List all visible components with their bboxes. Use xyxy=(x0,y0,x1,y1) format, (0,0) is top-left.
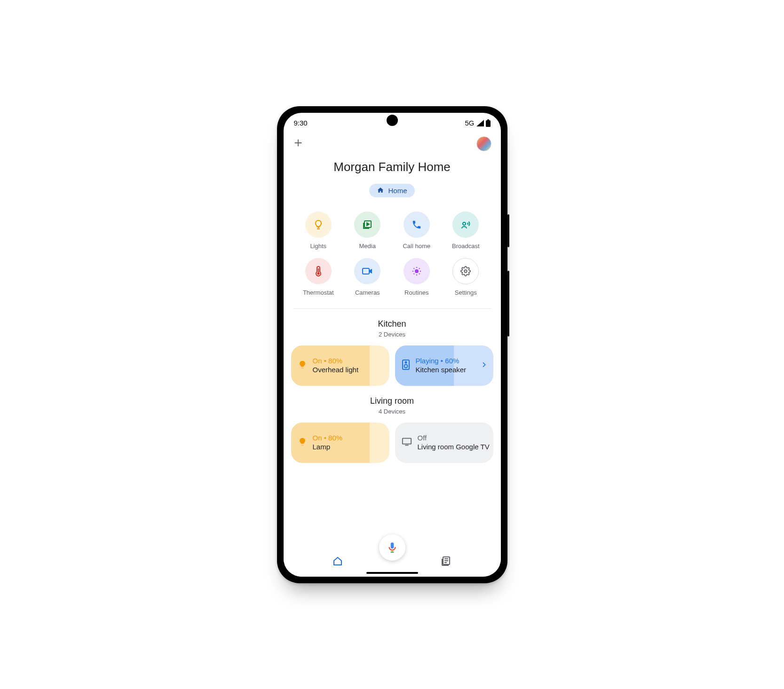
battery-icon xyxy=(486,119,491,127)
device-row: On • 80%LampOffLiving room Google TV xyxy=(284,415,501,463)
screen: 9:30 5G Morgan Family Home Home LightsMe… xyxy=(284,113,501,577)
room-header[interactable]: Living room4 Devices xyxy=(284,396,501,415)
settings-icon xyxy=(452,258,479,284)
light-icon xyxy=(298,360,307,371)
phone-side-button xyxy=(507,214,509,247)
home-chip-label: Home xyxy=(388,187,407,195)
room-name: Living room xyxy=(284,396,501,406)
device-row: On • 80%Overhead lightPlaying • 60%Kitch… xyxy=(284,338,501,386)
chevron-right-icon xyxy=(480,361,488,370)
action-label: Settings xyxy=(455,289,477,296)
bottom-nav xyxy=(284,548,501,577)
device-name: Lamp xyxy=(313,443,343,452)
svg-point-4 xyxy=(317,272,319,274)
phone-side-button xyxy=(507,271,509,337)
action-thermostat[interactable]: Thermostat xyxy=(298,258,339,296)
quick-actions-grid: LightsMediaCall homeBroadcastThermostatC… xyxy=(298,211,486,296)
device-name: Kitchen speaker xyxy=(416,366,467,375)
page-title: Morgan Family Home xyxy=(284,160,501,174)
rooms-container: Kitchen2 DevicesOn • 80%Overhead lightPl… xyxy=(284,309,501,463)
svg-rect-13 xyxy=(390,542,394,548)
routines-icon xyxy=(404,258,430,284)
action-label: Call home xyxy=(403,243,430,250)
action-call-home[interactable]: Call home xyxy=(396,211,437,250)
room-header[interactable]: Kitchen2 Devices xyxy=(284,319,501,338)
room-device-count: 2 Devices xyxy=(284,331,501,338)
status-time: 9:30 xyxy=(294,119,308,127)
device-status: On • 80% xyxy=(313,434,343,443)
tv-icon xyxy=(402,437,412,448)
action-label: Thermostat xyxy=(303,289,334,296)
assistant-fab[interactable] xyxy=(379,534,405,561)
action-label: Routines xyxy=(404,289,428,296)
svg-point-3 xyxy=(463,222,466,225)
speaker-icon xyxy=(402,359,410,372)
call-home-icon xyxy=(404,211,430,238)
svg-rect-12 xyxy=(402,438,411,444)
device-name: Overhead light xyxy=(313,366,359,375)
action-lights[interactable]: Lights xyxy=(298,211,339,250)
action-settings[interactable]: Settings xyxy=(445,258,486,296)
add-button[interactable] xyxy=(293,137,303,150)
action-broadcast[interactable]: Broadcast xyxy=(445,211,486,250)
action-media[interactable]: Media xyxy=(347,211,388,250)
svg-rect-0 xyxy=(486,120,491,127)
feed-icon xyxy=(441,556,452,567)
network-label: 5G xyxy=(465,119,474,127)
action-routines[interactable]: Routines xyxy=(396,258,437,296)
thermostat-icon xyxy=(305,258,332,284)
action-label: Broadcast xyxy=(452,243,480,250)
gesture-bar xyxy=(366,572,418,574)
phone-frame: 9:30 5G Morgan Family Home Home LightsMe… xyxy=(277,106,507,583)
svg-point-8 xyxy=(465,270,467,273)
home-icon xyxy=(377,187,384,194)
svg-rect-5 xyxy=(318,268,319,273)
device-card-kitchen-speaker[interactable]: Playing • 60%Kitchen speaker xyxy=(395,345,493,386)
room-device-count: 4 Devices xyxy=(284,408,501,415)
mic-icon xyxy=(386,541,398,554)
cameras-icon xyxy=(354,258,380,284)
light-icon xyxy=(298,437,307,448)
nav-feed-tab[interactable] xyxy=(441,556,452,569)
media-icon xyxy=(354,211,380,238)
action-label: Media xyxy=(359,243,376,250)
home-chip[interactable]: Home xyxy=(369,184,414,197)
plus-icon xyxy=(293,138,303,148)
phone-camera-notch xyxy=(387,115,398,126)
svg-rect-6 xyxy=(363,268,369,274)
lights-icon xyxy=(305,211,332,238)
device-card-overhead-light[interactable]: On • 80%Overhead light xyxy=(291,345,389,386)
svg-point-10 xyxy=(405,361,406,363)
svg-rect-1 xyxy=(487,119,489,121)
action-label: Lights xyxy=(310,243,326,250)
home-outline-icon xyxy=(332,556,343,567)
room-name: Kitchen xyxy=(284,319,501,329)
action-label: Cameras xyxy=(355,289,380,296)
device-card-living-room-tv[interactable]: OffLiving room Google TV xyxy=(395,423,493,463)
device-status: Off xyxy=(418,434,490,443)
nav-home-tab[interactable] xyxy=(332,556,343,569)
device-status: On • 80% xyxy=(313,357,359,366)
status-indicators: 5G xyxy=(465,119,490,127)
device-name: Living room Google TV xyxy=(418,443,490,452)
broadcast-icon xyxy=(452,211,479,238)
action-cameras[interactable]: Cameras xyxy=(347,258,388,296)
device-status: Playing • 60% xyxy=(416,357,467,366)
app-bar xyxy=(284,133,501,153)
svg-point-11 xyxy=(404,364,407,368)
avatar[interactable] xyxy=(476,136,491,151)
device-card-lamp[interactable]: On • 80%Lamp xyxy=(291,423,389,463)
signal-icon xyxy=(476,120,484,126)
svg-point-7 xyxy=(415,269,419,273)
